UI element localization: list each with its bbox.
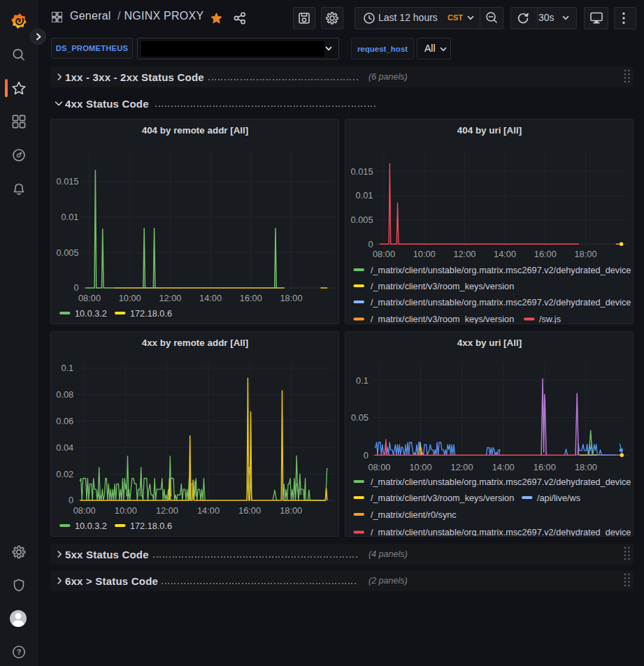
svg-text:12:00: 12:00 bbox=[453, 249, 475, 259]
svg-text:/api/live/ws: /api/live/ws bbox=[537, 493, 580, 503]
svg-text:18:00: 18:00 bbox=[574, 249, 596, 259]
svg-text:0.05: 0.05 bbox=[351, 412, 368, 423]
svg-text:/_matrix/client/r0/sync: /_matrix/client/r0/sync bbox=[371, 510, 457, 520]
svg-text:4xx by remote addr [All]: 4xx by remote addr [All] bbox=[142, 338, 249, 348]
svg-text:14:00: 14:00 bbox=[494, 249, 516, 259]
svg-text:14:00: 14:00 bbox=[492, 462, 515, 472]
svg-text:10:00: 10:00 bbox=[409, 462, 431, 472]
svg-text:/_matrix/client/v3/room_keys/v: /_matrix/client/v3/room_keys/version bbox=[371, 282, 514, 291]
svg-text:4xx by uri [All]: 4xx by uri [All] bbox=[457, 338, 522, 348]
svg-text:14:00: 14:00 bbox=[199, 293, 222, 303]
svg-text:0: 0 bbox=[73, 282, 78, 293]
svg-text:12:00: 12:00 bbox=[159, 293, 181, 303]
svg-text:0: 0 bbox=[364, 450, 368, 461]
svg-text:0.1: 0.1 bbox=[356, 375, 368, 386]
svg-text:0.06: 0.06 bbox=[56, 416, 73, 426]
svg-text:0.1: 0.1 bbox=[61, 363, 73, 373]
svg-text:172.18.0.6: 172.18.0.6 bbox=[130, 309, 172, 319]
svg-text:0.04: 0.04 bbox=[56, 442, 73, 453]
svg-text:0.005: 0.005 bbox=[56, 247, 78, 258]
svg-text:08:00: 08:00 bbox=[78, 293, 101, 303]
svg-text:0.08: 0.08 bbox=[56, 389, 73, 400]
svg-text:10:00: 10:00 bbox=[115, 505, 137, 516]
svg-text:0.005: 0.005 bbox=[350, 215, 373, 225]
svg-text:0.01: 0.01 bbox=[62, 212, 79, 222]
svg-text:10.0.3.2: 10.0.3.2 bbox=[75, 521, 107, 531]
svg-text:0: 0 bbox=[368, 239, 373, 249]
svg-text:0: 0 bbox=[69, 495, 73, 505]
svg-text:16:00: 16:00 bbox=[238, 505, 261, 516]
svg-text:404 by remote addr [All]: 404 by remote addr [All] bbox=[142, 125, 249, 136]
svg-text:0.015: 0.015 bbox=[350, 166, 373, 177]
svg-text:/_matrix/client/unstable/org.m: /_matrix/client/unstable/org.matrix.msc2… bbox=[371, 477, 631, 487]
svg-text:/_matrix/client/v3/room_keys/v: /_matrix/client/v3/room_keys/version bbox=[371, 314, 514, 324]
svg-text:16:00: 16:00 bbox=[534, 249, 557, 259]
svg-text:18:00: 18:00 bbox=[280, 293, 302, 303]
svg-text:18:00: 18:00 bbox=[575, 462, 597, 472]
svg-text:172.18.0.6: 172.18.0.6 bbox=[130, 521, 172, 531]
svg-text:/_matrix/client/unstable/org.m: /_matrix/client/unstable/org.matrix.msc2… bbox=[371, 266, 631, 275]
svg-text:0.01: 0.01 bbox=[356, 190, 373, 201]
svg-text:0.015: 0.015 bbox=[56, 176, 78, 187]
svg-text:10:00: 10:00 bbox=[413, 249, 436, 259]
svg-text:16:00: 16:00 bbox=[240, 293, 262, 303]
svg-text:/_matrix/client/unstable/org.m: /_matrix/client/unstable/org.matrix.msc2… bbox=[371, 298, 631, 307]
svg-text:10.0.3.2: 10.0.3.2 bbox=[75, 309, 107, 319]
svg-text:08:00: 08:00 bbox=[373, 249, 395, 259]
svg-text:/_matrix/client/v3/room_keys/v: /_matrix/client/v3/room_keys/version bbox=[371, 493, 514, 503]
svg-text:14:00: 14:00 bbox=[197, 505, 220, 516]
svg-text:12:00: 12:00 bbox=[156, 505, 178, 516]
svg-text:/sw.js: /sw.js bbox=[539, 314, 561, 324]
svg-text:?: ? bbox=[17, 648, 22, 656]
svg-text:16:00: 16:00 bbox=[534, 462, 556, 472]
svg-text:08:00: 08:00 bbox=[73, 505, 96, 516]
svg-text:/_matrix/client/unstable/org.m: /_matrix/client/unstable/org.matrix.msc2… bbox=[371, 528, 631, 537]
svg-text:12:00: 12:00 bbox=[451, 462, 473, 472]
svg-text:0.02: 0.02 bbox=[56, 469, 73, 479]
svg-text:08:00: 08:00 bbox=[368, 462, 390, 472]
svg-text:404 by uri [All]: 404 by uri [All] bbox=[457, 125, 522, 136]
svg-text:10:00: 10:00 bbox=[119, 293, 141, 303]
svg-text:18:00: 18:00 bbox=[280, 505, 302, 516]
